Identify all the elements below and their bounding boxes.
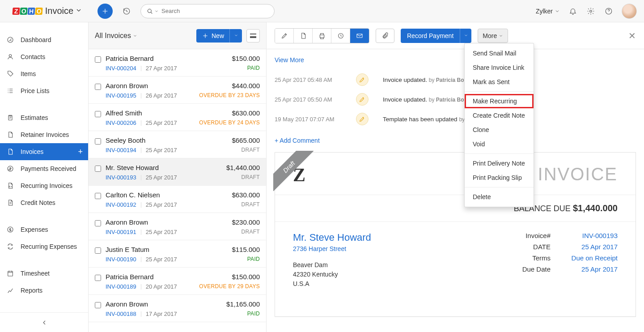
sidebar-item-credit-notes[interactable]: Credit Notes xyxy=(0,194,88,211)
sidebar-item-timesheet[interactable]: Timesheet xyxy=(0,265,88,282)
menu-item-print-delivery-note[interactable]: Print Delivery Note xyxy=(465,156,534,170)
menu-item-make-recurring[interactable]: Make Recurring xyxy=(465,94,534,108)
record-payment-dropdown[interactable] xyxy=(460,29,471,43)
menu-item-send-snail-mail[interactable]: Send Snail Mail xyxy=(465,46,534,60)
view-more-link[interactable]: View More xyxy=(267,49,644,70)
bell-icon[interactable] xyxy=(568,6,578,16)
row-checkbox[interactable] xyxy=(95,302,101,308)
invoice-row[interactable]: Seeley BoothINV-00019425 Apr 2017$665.00… xyxy=(89,131,266,158)
invoice-number[interactable]: INV-000191 xyxy=(106,229,136,235)
sidebar-item-dashboard[interactable]: Dashboard xyxy=(0,31,88,48)
sidebar-item-label: Contacts xyxy=(21,53,45,60)
detail-body[interactable]: View More 25 Apr 2017 05:48 AMInvoice up… xyxy=(267,49,644,332)
invoice-row[interactable]: Aaronn BrownINV-00019526 Apr 2017$440.00… xyxy=(89,77,266,104)
kv-row: Due Date25 Apr 2017 xyxy=(515,265,618,273)
row-checkbox[interactable] xyxy=(95,166,101,172)
row-checkbox[interactable] xyxy=(95,220,101,226)
invoice-number[interactable]: INV-000189 xyxy=(106,283,136,290)
customer-block: Mr. Steve Howard 2736 Harper Street Beav… xyxy=(293,232,371,289)
row-checkbox[interactable] xyxy=(95,56,101,63)
invoice-number[interactable]: INV-000206 xyxy=(106,119,136,126)
help-icon[interactable] xyxy=(604,6,614,16)
record-payment-button[interactable]: Record Payment xyxy=(401,29,460,43)
sidebar-item-recurring-invoices[interactable]: Recurring Invoices xyxy=(0,177,88,194)
more-dropdown[interactable]: Send Snail MailShare Invoice LinkMark as… xyxy=(464,43,534,207)
invoice-row[interactable]: Carlton C. NielsenINV-00019225 Apr 2017$… xyxy=(89,186,266,213)
invoice-number[interactable]: INV-000193 xyxy=(106,174,136,181)
invoice-amount: $630.000 xyxy=(199,109,260,117)
row-checkbox[interactable] xyxy=(95,275,101,281)
toolbar-group xyxy=(275,28,369,43)
invoice-row[interactable]: Patricia BernardINV-00020427 Apr 2017$15… xyxy=(89,49,266,77)
mail-icon[interactable] xyxy=(350,29,369,43)
sidebar-collapse[interactable] xyxy=(0,312,88,332)
sidebar-item-contacts[interactable]: Contacts xyxy=(0,48,88,65)
balance-due: BALANCE DUE $1,440.000 xyxy=(275,195,636,222)
menu-item-print-packing-slip[interactable]: Print Packing Slip xyxy=(465,170,534,185)
new-invoice-button[interactable]: New xyxy=(196,29,229,43)
edit-event-icon xyxy=(356,113,369,125)
new-invoice-dropdown[interactable] xyxy=(229,29,242,43)
menu-item-clone[interactable]: Clone xyxy=(465,123,534,137)
menu-item-share-invoice-link[interactable]: Share Invoice Link xyxy=(465,60,534,75)
list-header: All Invoices New xyxy=(89,22,266,49)
edit-icon[interactable] xyxy=(275,29,294,43)
history-row: 25 Apr 2017 05:48 AMInvoice updated. by … xyxy=(267,70,644,89)
invoice-number[interactable]: INV-000204 xyxy=(106,65,136,72)
row-checkbox[interactable] xyxy=(95,84,101,90)
invoice-row[interactable]: Aaronn BrownINV-00019125 Apr 2017$230.00… xyxy=(89,213,266,240)
calendar-icon xyxy=(6,270,14,277)
search-input[interactable] xyxy=(161,8,269,14)
pdf-icon[interactable] xyxy=(294,29,313,43)
user-avatar[interactable] xyxy=(622,4,637,19)
global-search[interactable] xyxy=(140,4,275,18)
invoice-row[interactable]: Patricia BernardINV-00018920 Apr 2017$15… xyxy=(89,268,266,295)
sidebar-item-retainer-invoices[interactable]: Retainer Invoices xyxy=(0,126,88,143)
invoice-number[interactable]: INV-000195 xyxy=(106,92,136,99)
invoice-row[interactable]: Aaronn BrownINV-00018817 Apr 2017$1,165.… xyxy=(89,295,266,322)
quick-create-button[interactable] xyxy=(97,4,113,19)
list-title[interactable]: All Invoices xyxy=(95,32,137,40)
row-checkbox[interactable] xyxy=(95,111,101,117)
add-icon[interactable]: + xyxy=(78,147,83,157)
customer-name[interactable]: Mr. Steve Howard xyxy=(293,232,371,243)
close-icon[interactable]: ✕ xyxy=(628,30,636,41)
org-switcher[interactable]: Zylker xyxy=(536,8,560,15)
attachment-icon[interactable] xyxy=(376,29,394,43)
row-checkbox[interactable] xyxy=(95,193,101,199)
invoice-row[interactable]: Mr. Steve HowardINV-00019325 Apr 2017$1,… xyxy=(89,158,266,186)
gear-icon[interactable] xyxy=(586,6,596,16)
invoice-row[interactable]: Alfred SmithINV-00020625 Apr 2017$630.00… xyxy=(89,104,266,131)
invoice-number[interactable]: INV-000190 xyxy=(106,256,136,263)
invoice-list[interactable]: Patricia BernardINV-00020427 Apr 2017$15… xyxy=(89,49,266,332)
row-checkbox[interactable] xyxy=(95,247,101,254)
add-comment-link[interactable]: + Add Comment xyxy=(267,129,644,152)
sidebar-item-recurring-expenses[interactable]: Recurring Expenses xyxy=(0,238,88,255)
invoice-number[interactable]: INV-000194 xyxy=(106,147,136,153)
row-checkbox[interactable] xyxy=(95,138,101,145)
menu-item-void[interactable]: Void xyxy=(465,137,534,151)
list-menu-button[interactable] xyxy=(246,29,260,43)
invoice-amount: $115.000 xyxy=(206,246,260,253)
sidebar-item-estimates[interactable]: Estimates xyxy=(0,109,88,126)
chevron-down-icon[interactable] xyxy=(75,7,82,15)
search-scope-icon[interactable] xyxy=(146,8,159,15)
menu-item-mark-as-sent[interactable]: Mark as Sent xyxy=(465,75,534,89)
sidebar-item-invoices[interactable]: Invoices+ xyxy=(0,143,88,160)
sidebar-item-price-lists[interactable]: Price Lists xyxy=(0,82,88,99)
invoice-number[interactable]: INV-000188 xyxy=(106,311,136,317)
print-icon[interactable] xyxy=(313,29,331,43)
sidebar-item-expenses[interactable]: Expenses xyxy=(0,221,88,238)
customer-name: Aaronn Brown xyxy=(106,300,202,308)
invoice-number[interactable]: INV-000192 xyxy=(106,201,136,208)
invoice-row[interactable]: Justin E TatumINV-00019025 Apr 2017$115.… xyxy=(89,240,266,268)
menu-item-create-credit-note[interactable]: Create Credit Note xyxy=(465,108,534,123)
brand-logo[interactable]: Z O H O Invoice xyxy=(0,6,89,16)
sidebar-item-items[interactable]: Items xyxy=(0,65,88,82)
more-button[interactable]: More xyxy=(478,29,508,43)
sidebar-item-payments-received[interactable]: Payments Received xyxy=(0,160,88,177)
sidebar-item-reports[interactable]: Reports xyxy=(0,282,88,299)
recent-activity-icon[interactable] xyxy=(119,4,134,19)
reminder-icon[interactable] xyxy=(331,29,350,43)
menu-item-delete[interactable]: Delete xyxy=(465,190,534,204)
